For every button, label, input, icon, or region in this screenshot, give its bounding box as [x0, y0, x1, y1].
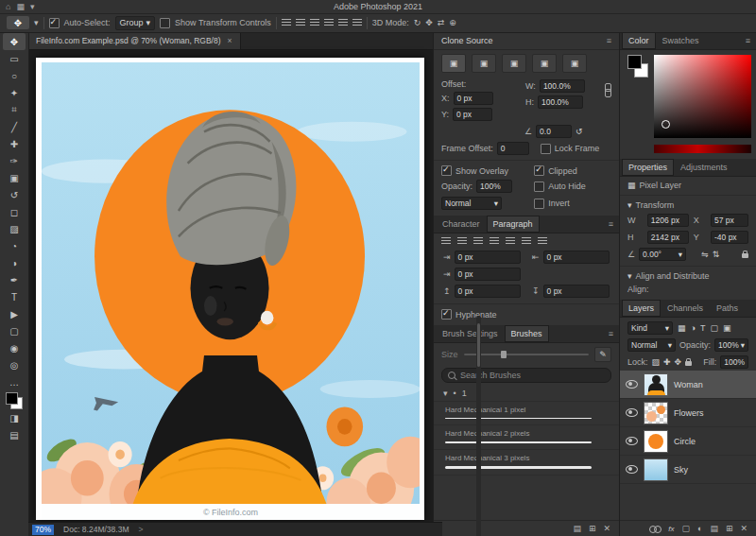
zoom-tool[interactable]: ◎ [3, 356, 26, 373]
transform-x-field[interactable]: 57 px [711, 214, 748, 227]
align-left-icon[interactable] [282, 19, 291, 27]
brush-group-row[interactable]: ▾ • 1 [434, 386, 619, 402]
visibility-eye-icon[interactable] [626, 408, 638, 417]
filter-adjustment-layers-icon[interactable]: ◑ [691, 323, 696, 333]
clone-source-slot-3[interactable]: ▣ [502, 54, 526, 73]
eyedropper-tool[interactable]: ╱ [3, 118, 26, 135]
tab-layers[interactable]: Layers [622, 300, 661, 317]
transform-w-field[interactable]: 1206 px [647, 214, 689, 227]
tab-swatches[interactable]: Swatches [656, 32, 706, 49]
visibility-eye-icon[interactable] [626, 437, 638, 445]
tab-properties[interactable]: Properties [622, 159, 674, 176]
layer-row-flowers[interactable]: Flowers [620, 399, 756, 427]
pencil-icon[interactable]: ✎ [594, 347, 611, 362]
link-layers-icon[interactable] [649, 525, 661, 532]
align-middle-icon[interactable] [338, 19, 348, 27]
show-overlay-checkbox[interactable] [441, 165, 452, 176]
brush-item[interactable]: Hard Mechanical 1 pixel [434, 402, 619, 425]
auto-select-checkbox[interactable] [49, 18, 60, 28]
brush-size-slider[interactable] [464, 354, 589, 355]
layer-mask-icon[interactable]: ▢ [681, 524, 690, 533]
clone-source-slot-1[interactable]: ▣ [441, 54, 466, 73]
hyphenate-checkbox[interactable] [441, 309, 452, 320]
adjustment-layer-icon[interactable]: ◐ [697, 524, 702, 533]
document-tab[interactable]: FileInfo.com Example.psd @ 70% (Woman, R… [28, 32, 241, 49]
lock-transparent-icon[interactable]: ▨ [652, 357, 661, 367]
align-right-icon[interactable] [310, 19, 319, 27]
layer-name[interactable]: Woman [674, 380, 703, 389]
link-wh-icon[interactable] [604, 83, 611, 98]
layer-style-fx-icon[interactable]: fx [668, 525, 674, 533]
foreground-color-swatch[interactable] [6, 392, 18, 405]
search-brushes-input[interactable]: Search Brushes [441, 368, 611, 383]
justify-last-left-icon[interactable] [490, 237, 499, 246]
blur-tool[interactable]: ◔ [3, 237, 26, 254]
tab-color[interactable]: Color [622, 32, 656, 49]
flip-vertical-icon[interactable]: ⇅ [713, 250, 720, 259]
foreground-color-swatch[interactable] [627, 55, 642, 69]
transform-y-field[interactable]: -40 px [711, 231, 748, 244]
panel-menu-icon[interactable]: ≡ [607, 36, 611, 45]
tab-adjustments[interactable]: Adjustments [674, 159, 734, 176]
eraser-tool[interactable]: ◻ [3, 203, 26, 220]
clone-w-field[interactable]: 100.0% [540, 79, 585, 93]
clone-source-slot-2[interactable]: ▣ [472, 54, 496, 73]
scrollbar[interactable] [476, 316, 481, 536]
gradient-tool[interactable]: ▨ [3, 220, 26, 237]
close-icon[interactable]: × [228, 36, 232, 45]
quick-mask-icon[interactable]: ◨ [3, 409, 26, 426]
show-transform-checkbox[interactable] [160, 18, 170, 28]
caret-down-icon[interactable]: ▾ [627, 200, 632, 210]
marquee-tool[interactable]: ▭ [3, 50, 26, 67]
layer-name[interactable]: Flowers [674, 408, 704, 418]
space-before-field[interactable]: 0 px [455, 285, 521, 298]
zoom-level-field[interactable]: 70% [32, 525, 54, 535]
invert-checkbox[interactable] [534, 199, 544, 209]
fill-dropdown[interactable]: 100% [720, 355, 748, 369]
space-after-field[interactable]: 0 px [543, 285, 610, 298]
reset-icon[interactable]: ↺ [576, 127, 583, 136]
quick-selection-tool[interactable]: ✦ [3, 84, 26, 101]
screen-mode-icon[interactable]: ▤ [3, 426, 26, 443]
align-center-icon[interactable] [296, 19, 305, 27]
clone-source-slot-5[interactable]: ▣ [562, 54, 587, 73]
tab-brush-settings[interactable]: Brush Settings [436, 325, 505, 342]
new-group-icon[interactable]: ▤ [710, 524, 718, 533]
justify-all-icon[interactable] [538, 237, 547, 246]
overlay-blend-dropdown[interactable]: Normal ▾ [441, 197, 502, 210]
auto-hide-checkbox[interactable] [534, 182, 544, 192]
caret-down-icon[interactable]: ▾ [443, 389, 448, 398]
color-picker-field[interactable] [654, 55, 751, 138]
layer-filter-kind-dropdown[interactable]: Kind ▾ [627, 321, 673, 335]
hand-tool[interactable]: ◉ [3, 339, 26, 356]
clone-x-field[interactable]: 0 px [454, 92, 493, 105]
lock-position-icon[interactable]: ✥ [675, 357, 682, 367]
new-brush-group-icon[interactable]: ▤ [573, 524, 581, 533]
align-right-icon[interactable] [473, 237, 483, 246]
align-top-icon[interactable] [324, 19, 334, 27]
clone-source-slot-4[interactable]: ▣ [532, 54, 557, 73]
panel-menu-icon[interactable]: ≡ [609, 219, 613, 229]
brush-tool[interactable]: ✑ [3, 152, 26, 169]
clone-y-field[interactable]: 0 px [453, 108, 492, 121]
layer-thumbnail-sky[interactable] [644, 458, 668, 481]
color-cursor[interactable] [662, 120, 670, 129]
delete-layer-icon[interactable]: ✕ [740, 524, 747, 533]
clone-angle-field[interactable]: 0.0 [536, 125, 572, 138]
color-ramp-slider[interactable] [654, 145, 751, 153]
blend-mode-dropdown[interactable]: Normal ▾ [627, 338, 676, 352]
justify-last-right-icon[interactable] [522, 237, 531, 246]
color-swatch-widget[interactable] [6, 392, 23, 409]
lasso-tool[interactable]: ○ [3, 67, 26, 84]
status-expand-icon[interactable]: > [138, 525, 143, 534]
layer-row-woman[interactable]: Woman [620, 371, 756, 399]
clipped-checkbox[interactable] [534, 165, 544, 176]
move-tool[interactable]: ✥ [3, 33, 26, 50]
lock-icon[interactable] [742, 253, 748, 258]
canvas-artwork[interactable] [42, 62, 420, 504]
home-icon[interactable]: ⌂ [6, 2, 10, 11]
path-selection-tool[interactable]: ▶ [3, 305, 26, 322]
pen-tool[interactable]: ✒ [3, 271, 26, 288]
panel-menu-icon[interactable]: ≡ [609, 329, 613, 338]
edit-toolbar-button[interactable]: … [3, 373, 26, 390]
